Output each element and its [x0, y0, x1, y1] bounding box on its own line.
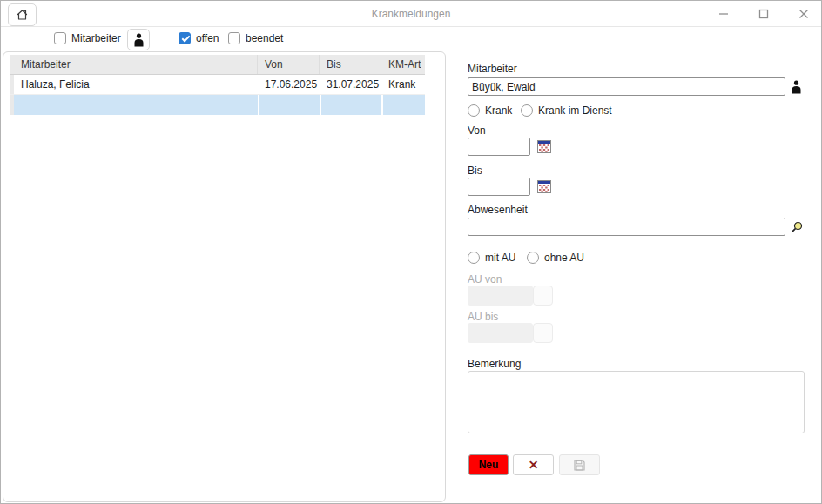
- von-field-label: Von: [468, 124, 486, 137]
- maximize-icon: [758, 9, 769, 19]
- column-header-bis[interactable]: Bis: [320, 55, 381, 74]
- person-icon: [791, 80, 802, 94]
- minimize-button[interactable]: [717, 7, 731, 21]
- bemerkung-field-label: Bemerkung: [468, 358, 521, 370]
- au-von-calendar-button: [533, 286, 553, 306]
- save-button: [559, 454, 600, 475]
- mitarbeiter-filter-label: Mitarbeiter: [71, 32, 121, 44]
- beendet-filter-label: beendet: [246, 32, 283, 44]
- cell-bis: [320, 95, 381, 115]
- abwesenheit-input[interactable]: [468, 218, 785, 236]
- offen-filter-label: offen: [196, 32, 219, 44]
- von-date-input[interactable]: [468, 138, 530, 156]
- krank-radio-circle: [468, 104, 480, 117]
- person-filter-button[interactable]: [127, 29, 150, 50]
- krank-im-dienst-radio[interactable]: Krank im Dienst: [521, 104, 612, 117]
- mitarbeiter-checkbox-box: [54, 32, 66, 44]
- mitarbeiter-filter-checkbox[interactable]: Mitarbeiter: [54, 32, 121, 44]
- filter-bar: Mitarbeiter offen beendet: [1, 28, 446, 50]
- bis-field-label: Bis: [468, 165, 482, 177]
- bemerkung-textarea[interactable]: [468, 371, 805, 433]
- krankmeldungen-window: Krankmeldungen Mitarbeiter offen: [0, 0, 822, 504]
- offen-checkbox-box: [179, 32, 191, 44]
- offen-filter-checkbox[interactable]: offen: [179, 32, 219, 44]
- krankmeldungen-table: Mitarbeiter Von Bis KM-Art Haluza, Felic…: [10, 55, 425, 115]
- calendar-icon: [537, 180, 551, 193]
- column-header-mitarbeiter[interactable]: Mitarbeiter: [14, 55, 258, 74]
- beendet-filter-checkbox[interactable]: beendet: [228, 32, 283, 44]
- cell-mitarbeiter: Haluza, Felicia: [14, 75, 258, 94]
- cell-mitarbeiter: [14, 95, 258, 115]
- table-row-selected[interactable]: [10, 95, 425, 115]
- mitarbeiter-input[interactable]: [468, 77, 785, 96]
- neu-button[interactable]: Neu: [468, 454, 509, 475]
- page-title: Krankmeldungen: [1, 8, 821, 20]
- ohne-au-radio-circle: [527, 252, 539, 264]
- au-bis-calendar-button: [533, 323, 553, 343]
- krankmeldungen-list-panel: Mitarbeiter Von Bis KM-Art Haluza, Felic…: [3, 51, 446, 502]
- close-icon: [798, 9, 809, 19]
- cell-km-art: [381, 95, 425, 115]
- bis-calendar-button[interactable]: [536, 179, 551, 193]
- cell-bis: 31.07.2025: [320, 75, 381, 94]
- au-bis-field-label: AU bis: [468, 311, 498, 323]
- mit-au-radio[interactable]: mit AU: [468, 252, 515, 264]
- krank-radio-label: Krank: [485, 104, 512, 117]
- cell-km-art: Krank: [381, 75, 425, 94]
- minimize-icon: [718, 9, 729, 19]
- au-von-field-label: AU von: [468, 273, 502, 286]
- save-floppy-icon: [574, 460, 585, 471]
- person-icon: [133, 33, 145, 47]
- abwesenheit-search-button[interactable]: [790, 220, 803, 233]
- cell-von: [258, 95, 320, 115]
- krank-im-dienst-radio-circle: [521, 104, 533, 117]
- table-header-row: Mitarbeiter Von Bis KM-Art: [10, 55, 425, 75]
- mit-au-radio-label: mit AU: [485, 252, 515, 264]
- calendar-icon: [537, 140, 551, 153]
- von-calendar-button[interactable]: [536, 139, 551, 153]
- au-von-date-input: [468, 286, 533, 306]
- krank-radio[interactable]: Krank: [468, 104, 512, 117]
- cell-von: 17.06.2025: [258, 75, 320, 94]
- magnifier-icon: [791, 221, 803, 233]
- au-bis-date-input: [468, 323, 533, 343]
- ohne-au-radio-label: ohne AU: [544, 252, 584, 264]
- column-header-von[interactable]: Von: [258, 55, 320, 74]
- title-bar: Krankmeldungen: [1, 1, 821, 27]
- mitarbeiter-field-label: Mitarbeiter: [468, 63, 517, 75]
- beendet-checkbox-box: [228, 32, 240, 44]
- bis-date-input[interactable]: [468, 178, 530, 196]
- cancel-x-icon: ✕: [529, 458, 539, 472]
- ohne-au-radio[interactable]: ohne AU: [527, 252, 584, 264]
- close-button[interactable]: [797, 7, 811, 21]
- window-controls: [717, 1, 811, 27]
- abwesenheit-field-label: Abwesenheit: [468, 204, 528, 216]
- maximize-button[interactable]: [757, 7, 771, 21]
- cancel-button[interactable]: ✕: [513, 454, 554, 475]
- krank-im-dienst-radio-label: Krank im Dienst: [538, 104, 612, 117]
- table-row[interactable]: Haluza, Felicia 17.06.2025 31.07.2025 Kr…: [10, 75, 425, 95]
- column-header-km-art[interactable]: KM-Art: [381, 55, 425, 74]
- mitarbeiter-lookup-button[interactable]: [789, 79, 803, 95]
- mit-au-radio-circle: [468, 252, 480, 264]
